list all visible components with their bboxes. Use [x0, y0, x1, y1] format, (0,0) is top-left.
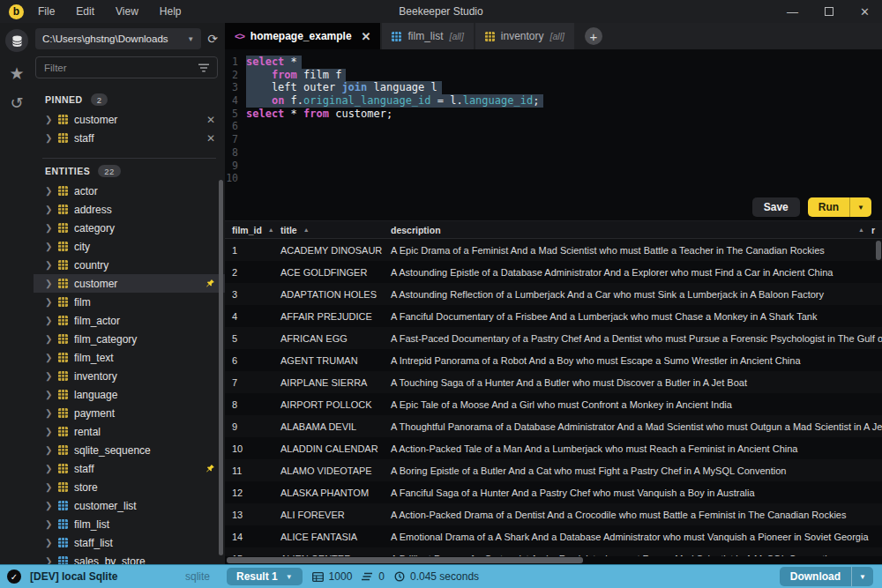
pin-icon[interactable]	[206, 279, 215, 288]
minimize-icon[interactable]: —	[787, 5, 798, 19]
chevron-right-icon[interactable]: ❯	[45, 133, 52, 143]
sidebar-item-customer[interactable]: ❯customer	[34, 274, 225, 293]
editor-line[interactable]: 9	[225, 160, 882, 173]
column-header-film_id[interactable]: film_id▲	[225, 225, 273, 235]
cell-title[interactable]: ALASKA PHANTOM	[273, 488, 384, 498]
close-icon[interactable]: ✕	[860, 5, 870, 19]
cell-title[interactable]: AIRPLANE SIERRA	[273, 377, 384, 388]
chevron-right-icon[interactable]: ❯	[45, 538, 52, 547]
cell-description[interactable]: A Epic Tale of a Moose And a Girl who mu…	[384, 399, 882, 410]
history-icon[interactable]: ↺	[10, 95, 23, 111]
cell-title[interactable]: AFRICAN EGG	[273, 333, 384, 344]
cell-film-id[interactable]: 2	[225, 267, 273, 278]
sidebar-item-staff[interactable]: ❯staff	[34, 459, 225, 478]
result-selector[interactable]: Result 1 ▼	[227, 568, 303, 585]
cell-title[interactable]: ACADEMY DINOSAUR	[273, 245, 384, 256]
menu-help[interactable]: Help	[160, 5, 182, 18]
sidebar-item-category[interactable]: ❯category	[34, 219, 225, 237]
menu-view[interactable]: View	[116, 5, 138, 18]
sidebar-item-sales_by_store[interactable]: ❯sales_by_store	[34, 552, 225, 564]
sidebar-item-actor[interactable]: ❯actor	[34, 182, 225, 200]
cell-description[interactable]: A Emotional Drama of a A Shark And a Dat…	[384, 532, 882, 542]
chevron-right-icon[interactable]: ❯	[45, 556, 52, 564]
sidebar-item-store[interactable]: ❯store	[34, 478, 225, 496]
chevron-right-icon[interactable]: ❯	[45, 371, 52, 381]
results-horizontal-scrollbar[interactable]	[227, 557, 583, 563]
cell-film-id[interactable]: 7	[225, 377, 273, 388]
tab-film_list[interactable]: film_list[all]	[382, 23, 473, 49]
editor-line[interactable]: 8	[225, 146, 882, 160]
sidebar-item-film[interactable]: ❯film	[34, 293, 225, 311]
cell-film-id[interactable]: 14	[225, 532, 273, 542]
sidebar-item-film_list[interactable]: ❯film_list	[34, 515, 225, 533]
sidebar-item-customer_list[interactable]: ❯customer_list	[34, 496, 225, 515]
cell-film-id[interactable]: 4	[225, 311, 273, 322]
sidebar-item-address[interactable]: ❯address	[34, 200, 225, 219]
sidebar-item-staff[interactable]: ❯staff✕	[34, 129, 225, 147]
cell-film-id[interactable]: 13	[225, 510, 273, 520]
chevron-right-icon[interactable]: ❯	[45, 408, 52, 418]
sidebar-item-film_actor[interactable]: ❯film_actor	[34, 311, 225, 330]
cell-description[interactable]: A Touching Saga of a Hunter And a Butler…	[384, 377, 882, 388]
cell-title[interactable]: ALICE FANTASIA	[273, 532, 384, 542]
chevron-right-icon[interactable]: ❯	[45, 353, 52, 362]
new-tab-button[interactable]: +	[585, 27, 602, 45]
cell-description[interactable]: A Astounding Epistle of a Database Admin…	[384, 267, 882, 278]
cell-description[interactable]: A Action-Packed Drama of a Dentist And a…	[384, 510, 882, 520]
sidebar-item-rental[interactable]: ❯rental	[34, 422, 225, 441]
tab-close-icon[interactable]: ✕	[362, 30, 371, 43]
results-vertical-scrollbar[interactable]	[876, 241, 881, 260]
favorites-star-icon[interactable]: ★	[9, 65, 24, 82]
cell-title[interactable]: AFFAIR PREJUDICE	[273, 311, 384, 322]
chevron-right-icon[interactable]: ❯	[45, 242, 52, 251]
editor-line[interactable]: 1select *	[225, 56, 882, 69]
chevron-right-icon[interactable]: ❯	[45, 464, 52, 473]
unpin-close-icon[interactable]: ✕	[206, 114, 215, 126]
table-row[interactable]: 9ALABAMA DEVILA Thoughtful Panorama of a…	[225, 415, 882, 437]
editor-line[interactable]: 4 on f.original_language_id = l.language…	[225, 94, 882, 108]
cell-film-id[interactable]: 1	[225, 245, 273, 256]
column-header-partial[interactable]: r	[871, 225, 882, 235]
cell-film-id[interactable]: 9	[225, 421, 273, 432]
cell-film-id[interactable]: 12	[225, 488, 273, 498]
unpin-close-icon[interactable]: ✕	[206, 132, 215, 145]
cell-description[interactable]: A Fanciful Saga of a Hunter And a Pastry…	[384, 488, 882, 498]
chevron-right-icon[interactable]: ❯	[45, 260, 52, 270]
cell-description[interactable]: A Astounding Reflection of a Lumberjack …	[384, 289, 882, 300]
column-header-title[interactable]: title▲	[273, 225, 384, 235]
chevron-right-icon[interactable]: ❯	[45, 519, 52, 529]
sort-asc-icon[interactable]: ▲	[858, 227, 864, 233]
chevron-right-icon[interactable]: ❯	[45, 186, 52, 196]
cell-description[interactable]: A Thoughtful Panorama of a Database Admi…	[384, 421, 882, 432]
chevron-right-icon[interactable]: ❯	[45, 279, 52, 288]
cell-description[interactable]: A Epic Drama of a Feminist And a Mad Sci…	[384, 245, 882, 256]
cell-title[interactable]: ALADDIN CALENDAR	[273, 443, 384, 454]
chevron-right-icon[interactable]: ❯	[45, 445, 52, 455]
connection-select[interactable]: C:\Users\ghstng\Downloads ▼	[35, 28, 201, 49]
cell-film-id[interactable]: 11	[225, 465, 273, 476]
editor-line[interactable]: 5select * from customer;	[225, 108, 882, 121]
chevron-right-icon[interactable]: ❯	[45, 427, 52, 436]
tab-inventory[interactable]: inventory[all]	[475, 23, 574, 49]
filter-input[interactable]	[44, 63, 193, 73]
sidebar-item-film_category[interactable]: ❯film_category	[34, 330, 225, 348]
connection-name[interactable]: [DEV] local Sqlite	[30, 570, 117, 583]
sidebar-item-customer[interactable]: ❯customer✕	[34, 110, 225, 129]
cell-film-id[interactable]: 3	[225, 289, 273, 300]
menu-file[interactable]: File	[38, 5, 55, 18]
sql-editor[interactable]: 1select *2 from film f3 left outer join …	[225, 49, 882, 194]
table-row[interactable]: 13ALI FOREVERA Action-Packed Drama of a …	[225, 503, 882, 525]
filter-icon[interactable]	[198, 63, 209, 72]
chevron-right-icon[interactable]: ❯	[45, 316, 52, 325]
sidebar-item-sqlite_sequence[interactable]: ❯sqlite_sequence	[34, 441, 225, 459]
download-button-label[interactable]: Download	[780, 567, 852, 586]
table-row[interactable]: 8AIRPORT POLLOCKA Epic Tale of a Moose A…	[225, 393, 882, 415]
cell-title[interactable]: ACE GOLDFINGER	[273, 267, 384, 278]
cell-film-id[interactable]: 10	[225, 443, 273, 454]
sidebar-item-language[interactable]: ❯language	[34, 385, 225, 404]
cell-description[interactable]: A Fanciful Documentary of a Frisbee And …	[384, 311, 882, 322]
run-button-label[interactable]: Run	[808, 197, 850, 217]
chevron-right-icon[interactable]: ❯	[45, 390, 52, 399]
sidebar-item-city[interactable]: ❯city	[34, 237, 225, 256]
run-options-caret-icon[interactable]: ▼	[850, 200, 871, 215]
